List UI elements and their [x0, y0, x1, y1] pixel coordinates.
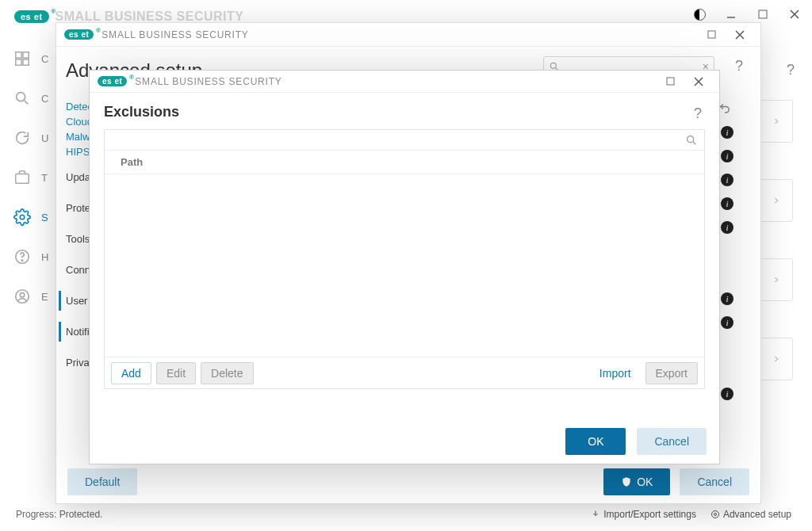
sidebar-item-tools[interactable]: T: [11, 166, 48, 189]
product-name: SMALL BUSINESS SECURITY: [135, 76, 282, 87]
info-icon[interactable]: i: [721, 126, 733, 139]
svg-point-16: [714, 514, 716, 516]
cancel-button[interactable]: Cancel: [680, 468, 749, 495]
sidebar-item-update[interactable]: U: [11, 127, 48, 149]
info-icon[interactable]: i: [721, 316, 733, 329]
advanced-setup-link[interactable]: Advanced setup: [710, 509, 791, 520]
info-icon[interactable]: i: [721, 150, 733, 162]
close-button[interactable]: [686, 72, 711, 91]
svg-line-9: [25, 101, 29, 105]
dashboard-icon: [11, 48, 33, 70]
card-chevron[interactable]: [760, 338, 793, 380]
svg-rect-10: [16, 174, 29, 183]
exclusions-titlebar: es et SMALL BUSINESS SECURITY: [90, 71, 719, 93]
content-cards: [760, 100, 793, 380]
help-icon[interactable]: ?: [694, 105, 702, 122]
svg-rect-7: [23, 59, 29, 65]
info-icon[interactable]: i: [721, 221, 733, 234]
advanced-setup-footer: Default OK Cancel: [56, 460, 760, 503]
sidebar-item-help[interactable]: H: [11, 246, 48, 268]
svg-rect-1: [759, 10, 767, 18]
card-chevron[interactable]: [760, 100, 793, 143]
svg-rect-5: [23, 52, 29, 58]
close-button[interactable]: [727, 25, 753, 44]
help-icon[interactable]: ?: [735, 58, 743, 74]
sidebar-item-setup[interactable]: S: [11, 206, 48, 228]
svg-rect-4: [16, 52, 21, 58]
maximize-button[interactable]: [657, 72, 683, 91]
status-footer-left: Progress: Protected.: [16, 509, 102, 520]
cancel-button[interactable]: Cancel: [637, 428, 707, 455]
status-text: Progress: Protected.: [16, 509, 102, 520]
column-path: Path: [121, 156, 143, 168]
help-circle-icon: [11, 246, 33, 268]
svg-point-8: [17, 93, 25, 101]
close-button[interactable]: [782, 5, 807, 24]
briefcase-icon: [11, 166, 33, 189]
exclusions-search[interactable]: [105, 130, 704, 151]
advanced-setup-titlebar: es et SMALL BUSINESS SECURITY: [56, 23, 760, 47]
gear-icon: [11, 206, 33, 228]
info-icon[interactable]: i: [721, 292, 733, 305]
default-button[interactable]: Default: [67, 468, 137, 495]
card-chevron[interactable]: [760, 179, 793, 222]
ok-button[interactable]: OK: [603, 468, 670, 495]
info-icon[interactable]: i: [721, 174, 733, 186]
svg-rect-18: [708, 31, 715, 38]
exclusions-body: Path Add Edit Delete Import Export: [104, 129, 705, 389]
svg-point-13: [21, 260, 22, 261]
refresh-icon: [11, 127, 33, 149]
eset-logo: es et: [64, 29, 94, 40]
exclusions-list[interactable]: [105, 174, 704, 357]
eset-logo: es et: [98, 76, 127, 86]
main-sidebar: C C U T S H E: [11, 48, 48, 308]
card-chevron[interactable]: [760, 258, 793, 301]
sidebar-item-account[interactable]: E: [11, 285, 48, 308]
sidebar-item-dashboard[interactable]: C: [11, 48, 48, 70]
exclusions-heading: Exclusions: [90, 93, 719, 124]
user-icon: [11, 285, 33, 308]
svg-point-15: [20, 292, 25, 297]
sidebar-item-search[interactable]: C: [11, 87, 48, 109]
minimize-button[interactable]: [718, 5, 744, 24]
svg-rect-23: [667, 78, 674, 85]
search-icon: [11, 87, 33, 109]
svg-point-26: [688, 136, 694, 142]
contrast-icon[interactable]: [687, 5, 712, 24]
export-button: Export: [645, 362, 698, 384]
svg-point-11: [20, 215, 25, 220]
exclusions-toolbar: Add Edit Delete Import Export: [105, 357, 704, 388]
help-icon[interactable]: ?: [787, 62, 795, 78]
svg-rect-6: [16, 59, 21, 65]
maximize-button[interactable]: [750, 5, 776, 24]
eset-logo: es et: [14, 10, 49, 23]
exclusions-dialog: es et SMALL BUSINESS SECURITY Exclusions…: [89, 70, 720, 464]
edit-button: Edit: [156, 362, 196, 384]
exclusions-columns: Path: [105, 151, 704, 174]
add-button[interactable]: Add: [111, 362, 151, 384]
product-name: SMALL BUSINESS SECURITY: [102, 29, 248, 40]
info-icon[interactable]: i: [721, 197, 733, 210]
info-icon[interactable]: i: [721, 388, 733, 400]
info-badge-column: i i i i i i i i: [721, 126, 733, 411]
svg-line-27: [693, 142, 695, 144]
svg-point-21: [550, 63, 556, 68]
search-icon: [685, 134, 698, 147]
import-button[interactable]: Import: [590, 362, 641, 384]
svg-point-17: [711, 511, 718, 518]
exclusions-footer: OK Cancel: [90, 419, 719, 464]
ok-button[interactable]: OK: [565, 428, 626, 455]
import-export-link[interactable]: Import/Export settings: [591, 509, 696, 520]
delete-button: Delete: [201, 362, 253, 384]
maximize-button[interactable]: [699, 25, 724, 44]
